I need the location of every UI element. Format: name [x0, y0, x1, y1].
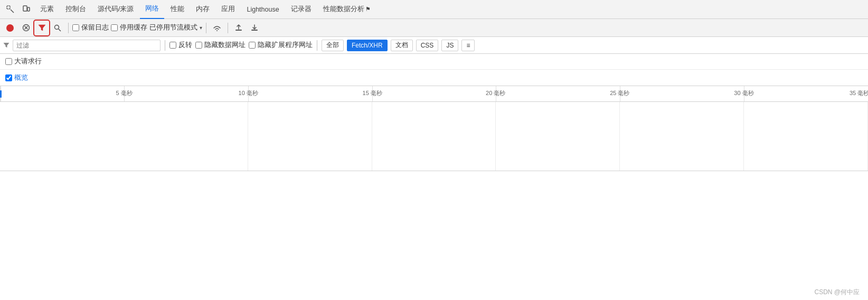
type-btn-all[interactable]: 全部: [322, 40, 344, 51]
preserve-log-checkbox-label[interactable]: 保留日志: [72, 23, 109, 32]
type-btn-more[interactable]: ≡: [461, 40, 475, 51]
large-rows-checkbox-label[interactable]: 大请求行: [5, 57, 42, 66]
svg-rect-8: [235, 30, 242, 31]
wifi-icon: [212, 24, 222, 32]
timeline-col-2: [248, 102, 372, 171]
tab-memory[interactable]: 内存: [191, 0, 215, 19]
timeline-label-5ms: 5 毫秒: [116, 89, 132, 97]
timeline-scrubber[interactable]: [0, 90, 2, 98]
filter-icon-label: [3, 42, 10, 49]
timeline-label-15ms: 15 毫秒: [363, 89, 382, 97]
timeline-label-10ms: 10 毫秒: [239, 89, 258, 97]
filter-funnel-icon: [3, 42, 10, 49]
timeline-label-20ms: 20 毫秒: [486, 89, 505, 97]
overview-checkbox[interactable]: [5, 74, 12, 81]
timeline-col-6: [744, 102, 868, 171]
top-nav-bar: 元素 控制台 源代码/来源 网络 性能 内存 应用 Lighthouse 记录器…: [0, 0, 868, 19]
svg-point-6: [55, 25, 59, 29]
toolbar-divider-3: [228, 23, 228, 33]
svg-rect-1: [23, 6, 27, 11]
import-button[interactable]: [232, 21, 246, 35]
large-rows-option-row: 大请求行: [0, 54, 868, 70]
svg-rect-9: [251, 30, 258, 31]
export-button[interactable]: [248, 21, 261, 35]
search-icon: [54, 24, 61, 32]
hide-data-urls-checkbox-label[interactable]: 隐藏数据网址: [195, 41, 246, 50]
download-icon: [250, 24, 259, 32]
disable-cache-checkbox[interactable]: [111, 24, 118, 31]
tab-network[interactable]: 网络: [140, 0, 164, 19]
large-rows-checkbox[interactable]: [5, 58, 12, 65]
tab-lighthouse[interactable]: Lighthouse: [241, 0, 284, 19]
hide-extensions-checkbox-label[interactable]: 隐藏扩展程序网址: [249, 41, 313, 50]
filter-input[interactable]: [13, 40, 161, 51]
tab-performance[interactable]: 性能: [165, 0, 190, 19]
timeline-label-30ms: 30 毫秒: [734, 89, 753, 97]
type-btn-fetch-xhr[interactable]: Fetch/XHR: [347, 40, 388, 51]
clear-button[interactable]: [19, 21, 33, 35]
network-toolbar: 保留日志 停用缓存 已停用节流模式 ▾: [0, 19, 868, 37]
svg-rect-2: [27, 7, 30, 11]
overview-option-row: 概览: [0, 70, 868, 86]
tab-application[interactable]: 应用: [216, 0, 240, 19]
search-button[interactable]: [51, 21, 64, 35]
record-dot-icon: [6, 24, 14, 32]
timeline-header: 5 毫秒 10 毫秒 15 毫秒 20 毫秒 25 毫秒 30 毫秒 35 毫秒: [0, 86, 868, 102]
upload-icon: [234, 24, 243, 32]
inspect-icon[interactable]: [3, 3, 18, 16]
record-button[interactable]: [3, 21, 17, 35]
preserve-log-checkbox[interactable]: [72, 24, 79, 31]
overview-checkbox-label[interactable]: 概览: [5, 73, 28, 82]
timeline-col-1: [124, 102, 248, 171]
tab-source[interactable]: 源代码/来源: [92, 0, 139, 19]
timeline-area: [0, 102, 868, 171]
hide-data-urls-checkbox[interactable]: [195, 42, 202, 49]
timeline-container: 5 毫秒 10 毫秒 15 毫秒 20 毫秒 25 毫秒 30 毫秒 35 毫秒: [0, 86, 868, 171]
options-area: 大请求行 概览: [0, 54, 868, 86]
perf-insights-icon: ⚑: [365, 6, 371, 13]
filter-toggle-button[interactable]: [35, 21, 49, 35]
filter-bar-divider-1: [165, 40, 165, 51]
type-btn-doc[interactable]: 文档: [391, 40, 413, 51]
type-btn-js[interactable]: JS: [441, 40, 458, 51]
svg-rect-0: [7, 6, 10, 9]
timeline-col-4: [496, 102, 620, 171]
throttle-dropdown[interactable]: 已停用节流模式 ▾: [149, 23, 202, 32]
type-btn-css[interactable]: CSS: [416, 40, 439, 51]
filter-icon: [38, 24, 46, 32]
network-conditions-button[interactable]: [210, 21, 224, 35]
waterfall-area: [0, 171, 868, 277]
tab-elements[interactable]: 元素: [35, 0, 59, 19]
disable-cache-checkbox-label[interactable]: 停用缓存: [111, 23, 147, 32]
filter-bar-divider-2: [317, 40, 317, 51]
invert-checkbox-label[interactable]: 反转: [169, 41, 192, 50]
throttle-dropdown-arrow: ▾: [200, 25, 202, 31]
tab-perf-insights[interactable]: 性能数据分析 ⚑: [318, 0, 376, 19]
timeline-col-3: [372, 102, 495, 171]
filter-bar: 反转 隐藏数据网址 隐藏扩展程序网址 全部 Fetch/XHR 文档 CSS J…: [0, 37, 868, 54]
hide-extensions-checkbox[interactable]: [249, 42, 256, 49]
toolbar-divider-2: [206, 23, 206, 33]
invert-checkbox[interactable]: [169, 42, 176, 49]
timeline-label-35ms: 35 毫秒: [850, 89, 868, 97]
tab-console[interactable]: 控制台: [60, 0, 91, 19]
svg-line-7: [59, 29, 61, 31]
clear-icon: [22, 24, 30, 32]
timeline-label-25ms: 25 毫秒: [610, 89, 629, 97]
device-icon[interactable]: [19, 3, 34, 16]
tab-recorder[interactable]: 记录器: [286, 0, 317, 19]
toolbar-divider-1: [68, 23, 69, 33]
timeline-col-5: [620, 102, 744, 171]
